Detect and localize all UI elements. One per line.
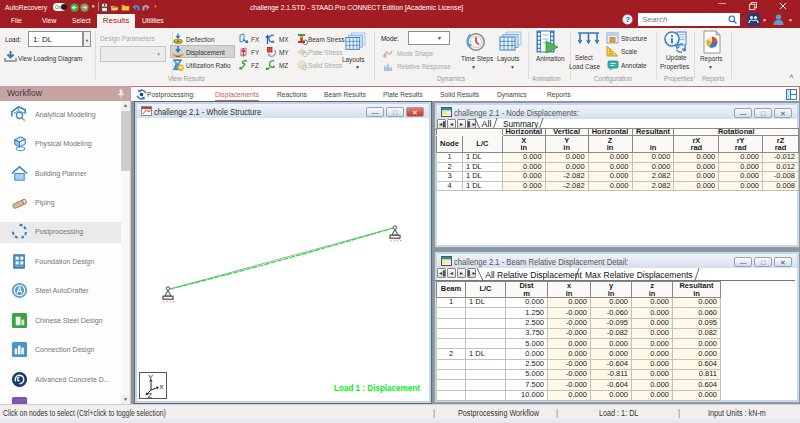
svg-text:Max Relative Displacements: Max Relative Displacements [585, 270, 693, 281]
svg-text:Y: Y [148, 373, 153, 382]
svg-text:All Relative Displacement: All Relative Displacement [485, 270, 582, 281]
svg-text:Z: Z [148, 391, 153, 399]
svg-text:x: x [160, 382, 164, 391]
